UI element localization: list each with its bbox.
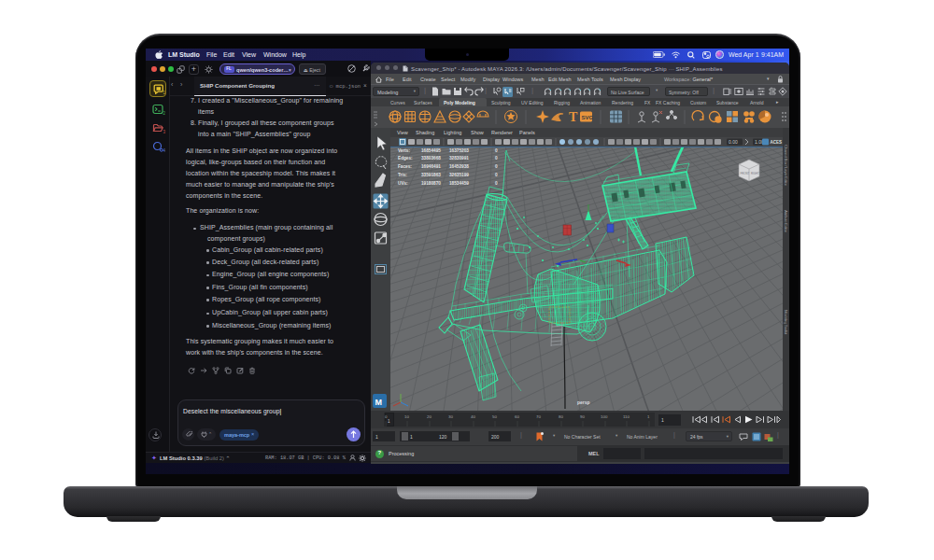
svg-text:80: 80 (559, 414, 563, 419)
svg-text:18534459: 18534459 (449, 181, 469, 186)
svg-text:16452938: 16452938 (449, 164, 469, 169)
svg-text:16946491: 16946491 (421, 164, 441, 169)
svg-text:M: M (375, 398, 383, 407)
svg-text:33803668: 33803668 (421, 156, 441, 161)
svg-text:19180870: 19180870 (421, 181, 441, 186)
svg-text:persp: persp (577, 399, 590, 405)
svg-text:32830991: 32830991 (449, 156, 469, 161)
svg-text:0: 0 (495, 148, 498, 153)
svg-text:0: 0 (495, 156, 498, 161)
svg-text:16854495: 16854495 (421, 148, 441, 153)
svg-text:0: 0 (495, 173, 498, 177)
svg-text:70: 70 (536, 414, 541, 419)
svg-text:FRONT: FRONT (741, 172, 750, 175)
svg-text:16375203: 16375203 (449, 148, 469, 153)
svg-text:UVs:: UVs: (398, 181, 408, 186)
svg-text:90: 90 (580, 414, 585, 419)
svg-text:0.00: 0.00 (729, 139, 738, 145)
svg-text:ACES: ACES (771, 140, 783, 145)
svg-text:20: 20 (427, 414, 432, 419)
svg-text:30: 30 (448, 414, 453, 419)
svg-text:40: 40 (471, 414, 475, 419)
svg-text:33591863: 33591863 (421, 173, 441, 177)
svg-text:Edges:: Edges: (398, 156, 413, 161)
svg-text:0: 0 (385, 414, 388, 419)
svg-text:0: 0 (495, 181, 498, 186)
svg-text:1: 1 (647, 414, 650, 419)
svg-text:Tris:: Tris: (398, 173, 407, 177)
svg-text:Verts:: Verts: (398, 148, 410, 153)
svg-text:T: T (569, 110, 578, 124)
svg-text:10: 10 (404, 414, 409, 419)
svg-text:32635199: 32635199 (449, 173, 469, 177)
svg-text:100: 100 (601, 414, 608, 419)
svg-text:RIGHT: RIGHT (751, 172, 759, 175)
svg-text:110: 110 (623, 414, 630, 419)
svg-text:SVG: SVG (582, 115, 594, 120)
svg-text:Faces:: Faces: (398, 164, 412, 169)
svg-text:60: 60 (515, 414, 519, 419)
svg-text:0: 0 (495, 164, 498, 169)
svg-text:50: 50 (492, 414, 497, 419)
